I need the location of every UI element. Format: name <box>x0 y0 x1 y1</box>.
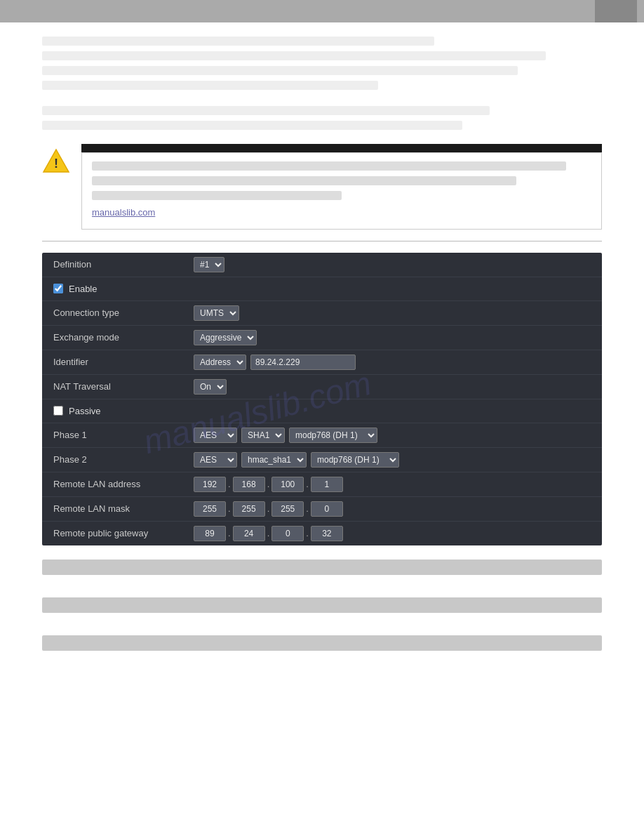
form-row-remote-lan-mask: Remote LAN mask . . . <box>42 497 602 522</box>
identifier-label: Identifier <box>53 357 194 367</box>
text-line-2 <box>42 51 546 60</box>
enable-control: Enable <box>53 284 97 294</box>
remote-public-gw-label: Remote public gateway <box>53 528 194 538</box>
passive-label: Passive <box>69 406 101 416</box>
passive-control: Passive <box>53 406 101 416</box>
ip-sep-5: . <box>267 503 270 514</box>
definition-control: #1 <box>194 257 224 272</box>
warning-content: manualslib.com <box>81 144 602 230</box>
form-row-phase2: Phase 2 AES 3DES DES hmac_sha1 hmac_md5 … <box>42 448 602 472</box>
form-row-connection-type: Connection type UMTS LAN WLAN <box>42 301 602 326</box>
phase1-label: Phase 1 <box>53 430 194 440</box>
text-line-1 <box>42 37 434 46</box>
remote-public-gw-oct1[interactable] <box>194 526 226 541</box>
nat-traversal-label: NAT Traversal <box>53 381 194 392</box>
warning-section: ! manualslib.com <box>42 144 602 230</box>
passive-checkbox[interactable] <box>53 406 63 416</box>
ip-sep-4: . <box>228 503 231 514</box>
ip-sep-2: . <box>267 479 270 489</box>
nat-traversal-select[interactable]: On Off <box>194 379 227 395</box>
text-line-4 <box>42 81 378 90</box>
identifier-type-select[interactable]: Address FQDN Email <box>194 355 246 370</box>
warning-header <box>81 144 602 152</box>
remote-lan-addr-label: Remote LAN address <box>53 479 194 489</box>
warning-text-3 <box>92 191 342 200</box>
form-row-identifier: Identifier Address FQDN Email <box>42 350 602 375</box>
remote-lan-mask-oct1[interactable] <box>194 501 226 517</box>
remote-lan-mask-label: Remote LAN mask <box>53 503 194 514</box>
warning-text-1 <box>92 161 566 171</box>
phase2-dh-select[interactable]: modp768 (DH 1) modp1024 (DH 2) modp1536 … <box>311 452 399 468</box>
connection-type-control: UMTS LAN WLAN <box>194 305 239 321</box>
connection-type-label: Connection type <box>53 307 194 318</box>
nat-traversal-control: On Off <box>194 379 227 395</box>
remote-lan-addr-oct3[interactable] <box>271 477 304 492</box>
section-divider <box>42 241 602 241</box>
remote-lan-mask-ip: . . . <box>194 501 343 517</box>
remote-public-gw-control: . . . <box>194 526 343 541</box>
identifier-control: Address FQDN Email <box>194 355 356 370</box>
identifier-input[interactable] <box>250 355 356 370</box>
enable-label: Enable <box>69 284 97 294</box>
phase2-enc-select[interactable]: AES 3DES DES <box>194 452 237 468</box>
remote-lan-addr-oct2[interactable] <box>233 477 265 492</box>
remote-lan-mask-oct3[interactable] <box>271 501 304 517</box>
warning-link[interactable]: manualslib.com <box>92 207 155 218</box>
phase1-enc-select[interactable]: AES 3DES DES <box>194 428 237 443</box>
phase1-control: AES 3DES DES SHA1 MD5 modp768 (DH 1) mod… <box>194 428 377 443</box>
bottom-bar-3 <box>42 635 602 651</box>
spacer-2 <box>42 618 602 630</box>
enable-checkbox[interactable] <box>53 284 63 293</box>
form-row-definition: Definition #1 <box>42 253 602 277</box>
connection-type-select[interactable]: UMTS LAN WLAN <box>194 305 239 321</box>
remote-public-gw-oct3[interactable] <box>271 526 304 541</box>
phase1-dh-select[interactable]: modp768 (DH 1) modp1024 (DH 2) modp1536 … <box>289 428 377 443</box>
remote-lan-addr-oct1[interactable] <box>194 477 226 492</box>
phase2-label: Phase 2 <box>53 454 194 465</box>
exchange-mode-select[interactable]: Aggressive Main <box>194 330 257 345</box>
text-line-6 <box>42 121 462 130</box>
remote-public-gw-ip: . . . <box>194 526 343 541</box>
form-row-passive: Passive <box>42 399 602 423</box>
bottom-bar-1 <box>42 560 602 575</box>
form-row-enable: Enable <box>42 277 602 301</box>
form-row-remote-public-gw: Remote public gateway . . . <box>42 522 602 545</box>
ip-sep-3: . <box>306 479 309 489</box>
phase2-control: AES 3DES DES hmac_sha1 hmac_md5 modp768 … <box>194 452 399 468</box>
form-row-phase1: Phase 1 AES 3DES DES SHA1 MD5 modp768 (D… <box>42 423 602 448</box>
ip-sep-6: . <box>306 503 309 514</box>
definition-select[interactable]: #1 <box>194 257 224 272</box>
ip-sep-9: . <box>306 528 309 538</box>
form-row-exchange-mode: Exchange mode Aggressive Main <box>42 326 602 350</box>
ip-sep-8: . <box>267 528 270 538</box>
svg-text:!: ! <box>54 157 58 171</box>
phase1-hash-select[interactable]: SHA1 MD5 <box>241 428 285 443</box>
text-line-3 <box>42 66 518 75</box>
exchange-mode-label: Exchange mode <box>53 332 194 343</box>
top-bar <box>0 0 644 22</box>
remote-lan-addr-ip: . . . <box>194 477 343 492</box>
remote-lan-mask-oct4[interactable] <box>311 501 343 517</box>
form-row-remote-lan-addr: Remote LAN address . . . <box>42 472 602 497</box>
remote-lan-mask-oct2[interactable] <box>233 501 265 517</box>
remote-public-gw-oct2[interactable] <box>233 526 265 541</box>
remote-lan-addr-control: . . . <box>194 477 343 492</box>
definition-label: Definition <box>53 259 194 270</box>
config-form: Definition #1 Enable Connection type <box>42 253 602 545</box>
warning-body: manualslib.com <box>81 152 602 230</box>
remote-public-gw-oct4[interactable] <box>311 526 343 541</box>
exchange-mode-control: Aggressive Main <box>194 330 257 345</box>
warning-icon: ! <box>42 147 70 175</box>
phase2-hash-select[interactable]: hmac_sha1 hmac_md5 <box>241 452 307 468</box>
form-row-nat-traversal: NAT Traversal On Off <box>42 375 602 399</box>
remote-lan-addr-oct4[interactable] <box>311 477 343 492</box>
top-bar-right <box>595 0 637 22</box>
remote-lan-mask-control: . . . <box>194 501 343 517</box>
spacer-1 <box>42 581 602 592</box>
ip-sep-7: . <box>228 528 231 538</box>
warning-text-2 <box>92 176 516 185</box>
bottom-bar-2 <box>42 597 602 613</box>
ip-sep-1: . <box>228 479 231 489</box>
text-line-5 <box>42 106 490 115</box>
